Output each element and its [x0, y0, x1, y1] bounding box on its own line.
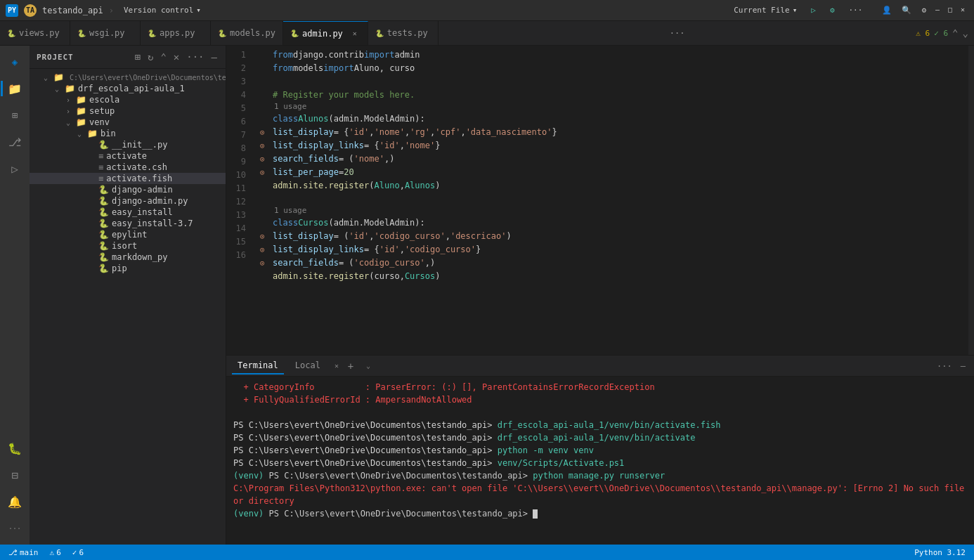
- maximize-btn[interactable]: □: [944, 4, 956, 14]
- term-line-blank: [233, 406, 967, 419]
- panel-close-btn[interactable]: –: [958, 360, 968, 372]
- tab-apps[interactable]: 🐍 apps.py: [141, 21, 211, 45]
- tree-activate[interactable]: › ≡ activate: [30, 150, 226, 162]
- tree-label-activate: activate: [106, 151, 147, 161]
- version-control-btn[interactable]: Version control ▾: [119, 4, 205, 16]
- tree-epylint[interactable]: › 🐍 epylint: [30, 229, 226, 240]
- tree-arrow-venv: ⌄: [66, 119, 76, 126]
- activity-icon-explorer[interactable]: 📁: [3, 77, 27, 100]
- run-config-btn[interactable]: Current File ▾: [729, 4, 801, 16]
- panel-tab-local[interactable]: Local: [290, 358, 326, 375]
- ln-4: 4: [232, 89, 246, 102]
- tree-django-admin[interactable]: › 🐍 django-admin: [30, 184, 226, 195]
- warning-icon: ⚠: [50, 548, 55, 557]
- tree-django-admin-py[interactable]: › 🐍 django-admin.py: [30, 195, 226, 207]
- tab-models[interactable]: 🐍 models.py: [211, 21, 283, 45]
- tree-label-escola: escola: [89, 95, 119, 105]
- tree-label-bin: bin: [100, 129, 116, 138]
- code-line-4: # Register your models here.: [254, 89, 968, 102]
- sync-btn[interactable]: ↻: [146, 50, 155, 64]
- collapse-sidebar-btn[interactable]: ⌃: [159, 50, 167, 64]
- tree-venv[interactable]: ⌄ 📁 venv: [30, 117, 226, 128]
- close-sidebar-btn[interactable]: ✕: [172, 50, 181, 64]
- expand-all-btn[interactable]: ⌄: [963, 27, 968, 39]
- tree-activate-csh[interactable]: › ≡ activate.csh: [30, 162, 226, 173]
- run-btn[interactable]: ▷: [807, 4, 820, 16]
- new-folder-btn[interactable]: ⊞: [134, 50, 142, 64]
- folder-icon-bin: 📁: [87, 129, 98, 138]
- tree-easy-install-37[interactable]: › 🐍 easy_install-3.7: [30, 218, 226, 229]
- ln-2: 2: [232, 62, 246, 75]
- code-line-15: ⊙ search_fields = ('codigo_curso',): [254, 256, 968, 270]
- panel-more-btn[interactable]: ···: [934, 360, 955, 372]
- editor-tab-bar: 🐍 views.py 🐍 wsgi.py 🐍 apps.py 🐍 models.…: [0, 21, 974, 46]
- window-controls: 👤 🔍 ⚙ – □ ✕: [878, 4, 968, 16]
- activity-icon-more[interactable]: ···: [3, 516, 27, 540]
- ln-6: 6: [232, 115, 246, 129]
- activity-icon-terminal[interactable]: ⊟: [3, 463, 27, 487]
- tree-drf[interactable]: ⌄ 📁 drf_escola_api-aula_1: [30, 83, 226, 94]
- tab-more-btn[interactable]: ···: [664, 21, 691, 45]
- status-errors[interactable]: ✓ 6: [70, 548, 86, 557]
- project-name: testando_api: [42, 6, 103, 15]
- terminal-chevron-btn[interactable]: ⌄: [363, 360, 374, 372]
- more-options-btn[interactable]: ···: [845, 4, 867, 16]
- account-btn[interactable]: 👤: [878, 4, 896, 16]
- tree-root[interactable]: ⌄ 📁 testando_api C:\Users\evert\OneDrive…: [30, 72, 226, 83]
- tree-label-easy-install: easy_install: [112, 207, 173, 217]
- status-branch[interactable]: ⎇ main: [6, 548, 41, 557]
- tab-admin[interactable]: 🐍 admin.py ✕: [283, 21, 368, 45]
- tree-label-django-admin: django-admin: [112, 185, 173, 195]
- sidebar-title: PROJECT: [37, 53, 129, 62]
- py-icon-easy-install: 🐍: [98, 207, 109, 217]
- term-line-9: (venv) PS C:\Users\evert\OneDrive\Docume…: [233, 507, 967, 520]
- tree-isort[interactable]: › 🐍 isort: [30, 240, 226, 252]
- tree-activate-fish[interactable]: › ≡ activate.fish: [30, 173, 226, 184]
- tab-tests[interactable]: 🐍 tests.py: [368, 21, 439, 45]
- code-line-8: ⊙ search_fields = ('nome',): [254, 152, 968, 166]
- title-separator-1: ›: [109, 6, 114, 15]
- activity-icon-layers[interactable]: ⊞: [3, 103, 27, 127]
- tree-easy-install[interactable]: › 🐍 easy_install: [30, 207, 226, 218]
- close-btn[interactable]: ✕: [957, 4, 968, 14]
- editor-scrollbar[interactable]: [968, 46, 974, 355]
- tree-init[interactable]: › 🐍 __init__.py: [30, 139, 226, 150]
- tree-bin[interactable]: ⌄ 📁 bin: [30, 128, 226, 139]
- term-line-8: C:\Program Files\Python312\python.exe: c…: [233, 482, 967, 507]
- tree-markdown-py[interactable]: › 🐍 markdown_py: [30, 252, 226, 263]
- activity-icon-git[interactable]: ⎇: [3, 130, 27, 154]
- app-container: 🐍 views.py 🐍 wsgi.py 🐍 apps.py 🐍 models.…: [0, 21, 974, 560]
- search-everywhere-btn[interactable]: 🔍: [897, 4, 916, 16]
- activity-icon-run[interactable]: ▷: [3, 157, 27, 181]
- tab-views[interactable]: 🐍 views.py: [0, 21, 70, 45]
- tab-label-models: models.py: [230, 28, 275, 38]
- ln-12: 12: [232, 195, 246, 209]
- sidebar-more-btn[interactable]: ···: [185, 50, 205, 64]
- activity-icon-notifications[interactable]: 🔔: [3, 490, 27, 514]
- debug-run-btn[interactable]: ⚙: [826, 4, 839, 16]
- tree-label-markdown-py: markdown_py: [112, 252, 167, 262]
- panel-tab-local-close[interactable]: ✕: [335, 362, 339, 370]
- settings-btn[interactable]: ⚙: [917, 4, 930, 16]
- tree-label-drf: drf_escola_api-aula_1: [78, 84, 185, 93]
- add-terminal-btn[interactable]: +: [344, 360, 357, 372]
- sidebar-minimize-btn[interactable]: –: [210, 50, 219, 64]
- tree-setup[interactable]: › 📁 setup: [30, 105, 226, 117]
- activity-icon-debug[interactable]: 🐛: [3, 436, 27, 460]
- code-editor[interactable]: from django.contrib import admin from mo…: [254, 46, 968, 355]
- tree-escola[interactable]: › 📁 escola: [30, 94, 226, 105]
- minimize-btn[interactable]: –: [932, 4, 943, 14]
- collapse-all-btn[interactable]: ⌃: [952, 27, 958, 39]
- tab-close-admin[interactable]: ✕: [349, 28, 361, 39]
- terminal-output[interactable]: + CategoryInfo : ParserError: (:) [], Pa…: [226, 377, 974, 545]
- tree-label-fish: activate.fish: [106, 174, 172, 183]
- term-line-7: (venv) PS C:\Users\evert\OneDrive\Docume…: [233, 469, 967, 482]
- tree-pip[interactable]: › 🐍 pip: [30, 263, 226, 274]
- status-language[interactable]: Python 3.12: [911, 548, 968, 557]
- panel-actions: ··· –: [934, 360, 968, 372]
- panel-tab-terminal[interactable]: Terminal: [232, 358, 284, 375]
- project-sidebar: PROJECT ⊞ ↻ ⌃ ✕ ··· – ⌄ 📁 testando_api C…: [30, 46, 226, 545]
- tab-wsgi[interactable]: 🐍 wsgi.py: [70, 21, 141, 45]
- status-warnings[interactable]: ⚠ 6: [47, 548, 64, 557]
- tree-label-venv: venv: [89, 117, 110, 127]
